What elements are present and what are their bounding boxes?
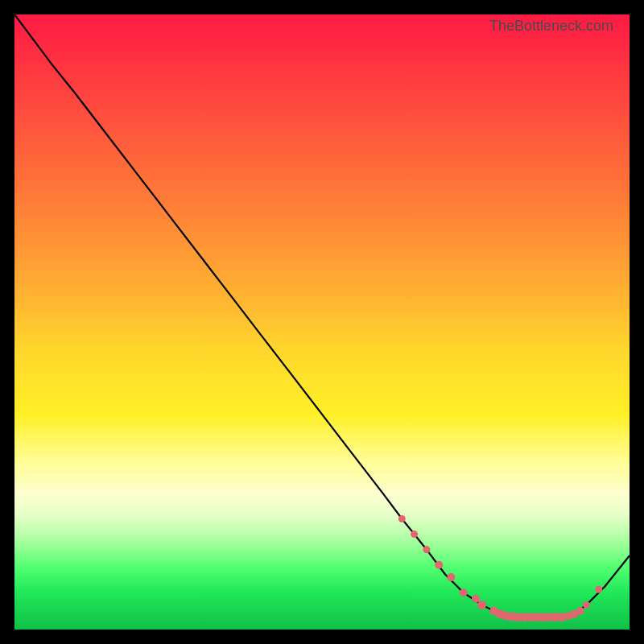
marker-point: [411, 530, 418, 538]
marker-point: [477, 601, 486, 609]
main-curve: [14, 14, 630, 617]
highlight-markers: [398, 515, 603, 621]
marker-point: [576, 607, 584, 615]
watermark-text: TheBottleneck.com: [489, 18, 613, 35]
marker-point: [447, 573, 455, 581]
plot-area: [14, 14, 630, 630]
marker-point: [398, 515, 406, 522]
marker-point: [583, 601, 590, 609]
marker-point: [472, 595, 480, 603]
marker-point: [595, 586, 602, 593]
marker-point: [460, 588, 468, 597]
chart-container: TheBottleneck.com: [14, 14, 630, 630]
curve-svg: [14, 14, 630, 630]
marker-point: [423, 546, 430, 553]
marker-point: [435, 561, 443, 569]
